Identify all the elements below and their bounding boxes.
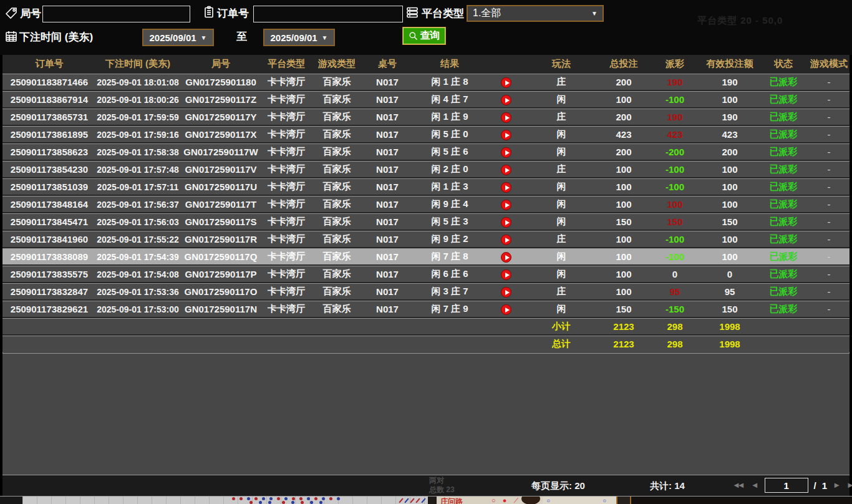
platform-type-label: 平台类型 bbox=[422, 6, 464, 21]
play-icon[interactable] bbox=[501, 130, 511, 140]
cell-result: 闲 4 庄 7 bbox=[412, 94, 488, 105]
total-count-label: 共计: 14 bbox=[650, 480, 685, 492]
header-valid-bet: 有效投注额 bbox=[701, 58, 758, 70]
background-bleed-text: 平台类型 20 - 50,0 bbox=[697, 15, 783, 27]
round-id-input[interactable] bbox=[42, 6, 190, 22]
table-row[interactable]: 250901183867914 2025-09-01 18:00:26 GN01… bbox=[2, 91, 850, 107]
platform-select[interactable]: 1.全部 ▼ bbox=[467, 5, 604, 22]
cell-bet-time: 2025-09-01 18:00:26 bbox=[96, 95, 180, 105]
pager: ◄◄ ◄ / 1 ► ►► bbox=[732, 478, 852, 493]
cell-order-number: 250901173832847 bbox=[2, 286, 96, 297]
table-body: 250901183871466 2025-09-01 18:01:08 GN01… bbox=[2, 72, 850, 317]
subtotal-total-bet: 2123 bbox=[599, 321, 649, 332]
play-icon[interactable] bbox=[501, 147, 511, 158]
roadmap-grid bbox=[22, 497, 428, 504]
table-row[interactable]: 250901173829621 2025-09-01 17:53:00 GN01… bbox=[2, 301, 850, 317]
page-input[interactable] bbox=[765, 478, 808, 493]
cell-valid-bet: 100 bbox=[701, 251, 758, 262]
date-to-value: 2025/09/01 bbox=[271, 32, 317, 43]
cell-game-type: 百家乐 bbox=[311, 94, 363, 105]
cell-status: 已派彩 bbox=[758, 76, 808, 88]
cell-result: 闲 5 庄 6 bbox=[412, 146, 488, 158]
play-icon[interactable] bbox=[501, 95, 511, 105]
cell-payout: 95 bbox=[649, 286, 701, 297]
cell-platform: 卡卡湾厅 bbox=[262, 198, 311, 210]
cell-round-id: GN0172590117U bbox=[180, 182, 262, 192]
table-row[interactable]: 250901173854230 2025-09-01 17:57:48 GN01… bbox=[2, 161, 850, 177]
filter-panel: 局号 订单号 平台类型 1.全部 ▼ 下注时间 (美东) 2025/09/01 … bbox=[0, 0, 852, 55]
cell-table-no: N017 bbox=[363, 304, 412, 314]
table-row[interactable]: 250901173841960 2025-09-01 17:55:22 GN01… bbox=[2, 231, 850, 247]
next-page-button[interactable]: ► bbox=[833, 478, 841, 493]
table-row[interactable]: 250901173858623 2025-09-01 17:58:38 GN01… bbox=[2, 143, 850, 160]
bet-time-label: 下注时间 (美东) bbox=[19, 30, 93, 44]
cell-play-type: 闲 bbox=[524, 268, 599, 280]
play-icon[interactable] bbox=[501, 77, 511, 88]
cell-payout: -100 bbox=[649, 234, 701, 245]
cell-table-no: N017 bbox=[363, 147, 412, 157]
cell-replay bbox=[488, 198, 524, 210]
cell-result: 闲 2 庄 0 bbox=[412, 163, 488, 175]
play-icon[interactable] bbox=[501, 287, 511, 298]
cell-platform: 卡卡湾厅 bbox=[262, 216, 311, 228]
cell-round-id: GN0172590117N bbox=[180, 304, 262, 314]
table-row[interactable]: 250901173865731 2025-09-01 17:59:59 GN01… bbox=[2, 109, 850, 125]
cell-game-type: 百家乐 bbox=[311, 76, 363, 88]
cell-order-number: 250901183871466 bbox=[2, 77, 96, 87]
play-icon[interactable] bbox=[501, 217, 511, 228]
cell-order-number: 250901173829621 bbox=[2, 304, 96, 314]
order-id-input[interactable] bbox=[253, 6, 403, 22]
cell-play-type: 庄 bbox=[524, 286, 599, 298]
cell-result: 闲 3 庄 7 bbox=[412, 286, 488, 298]
last-page-button[interactable]: ►► bbox=[846, 478, 852, 493]
play-icon[interactable] bbox=[501, 304, 511, 315]
play-icon[interactable] bbox=[501, 252, 511, 263]
to-label: 至 bbox=[236, 29, 247, 44]
play-icon[interactable] bbox=[501, 269, 511, 280]
cell-order-number: 250901173835575 bbox=[2, 269, 96, 279]
grand-total-label: 总计 bbox=[524, 338, 599, 350]
cell-status: 已派彩 bbox=[758, 303, 808, 315]
table-row[interactable]: 250901173845471 2025-09-01 17:56:03 GN01… bbox=[2, 213, 850, 230]
cell-status: 已派彩 bbox=[758, 198, 808, 210]
date-from-select[interactable]: 2025/09/01 ▼ bbox=[142, 29, 214, 46]
cell-replay bbox=[488, 216, 524, 228]
cell-bet-time: 2025-09-01 17:59:16 bbox=[96, 130, 180, 140]
cell-result: 闲 5 庄 3 bbox=[412, 216, 488, 228]
play-icon[interactable] bbox=[501, 182, 511, 193]
table-row[interactable]: 250901183871466 2025-09-01 18:01:08 GN01… bbox=[2, 74, 850, 90]
cell-replay bbox=[488, 163, 524, 175]
grand-total-row: 总计 2123 298 1998 bbox=[2, 336, 850, 352]
table-row[interactable]: 250901173835575 2025-09-01 17:54:08 GN01… bbox=[2, 266, 850, 282]
cell-table-no: N017 bbox=[363, 199, 412, 210]
play-icon[interactable] bbox=[501, 235, 511, 245]
table-row[interactable]: 250901173832847 2025-09-01 17:53:36 GN01… bbox=[2, 283, 850, 299]
cell-game-type: 百家乐 bbox=[311, 163, 363, 175]
cell-order-number: 250901173841960 bbox=[2, 234, 96, 245]
cell-status: 已派彩 bbox=[758, 163, 808, 175]
play-icon[interactable] bbox=[501, 112, 511, 123]
table-row[interactable]: 250901173851039 2025-09-01 17:57:11 GN01… bbox=[2, 178, 850, 195]
summary-rows: 小计 2123 298 1998 总计 2123 298 1998 bbox=[2, 317, 850, 352]
table-row[interactable]: 250901173848164 2025-09-01 17:56:37 GN01… bbox=[2, 196, 850, 212]
cell-payout: 190 bbox=[649, 112, 701, 122]
cell-replay bbox=[488, 146, 524, 158]
header-order-number: 订单号 bbox=[2, 58, 96, 70]
magnifier-icon bbox=[409, 31, 419, 41]
prev-page-button[interactable]: ◄ bbox=[751, 478, 759, 493]
cell-replay bbox=[488, 94, 524, 105]
cell-game-mode: - bbox=[808, 216, 850, 227]
cell-replay bbox=[488, 268, 524, 280]
cell-game-mode: - bbox=[808, 129, 850, 140]
chevron-down-icon: ▼ bbox=[322, 34, 328, 41]
play-icon[interactable] bbox=[501, 165, 511, 175]
search-button[interactable]: 查询 bbox=[402, 27, 446, 45]
play-icon[interactable] bbox=[501, 200, 511, 210]
table-row[interactable]: 250901173861895 2025-09-01 17:59:16 GN01… bbox=[2, 126, 850, 142]
table-row[interactable]: 250901173838089 2025-09-01 17:54:39 GN01… bbox=[2, 248, 850, 264]
first-page-button[interactable]: ◄◄ bbox=[732, 478, 745, 493]
cell-game-type: 百家乐 bbox=[311, 233, 363, 245]
cell-game-mode: - bbox=[808, 94, 850, 105]
date-to-select[interactable]: 2025/09/01 ▼ bbox=[263, 29, 335, 46]
grand-total-valid-bet: 1998 bbox=[701, 339, 758, 349]
